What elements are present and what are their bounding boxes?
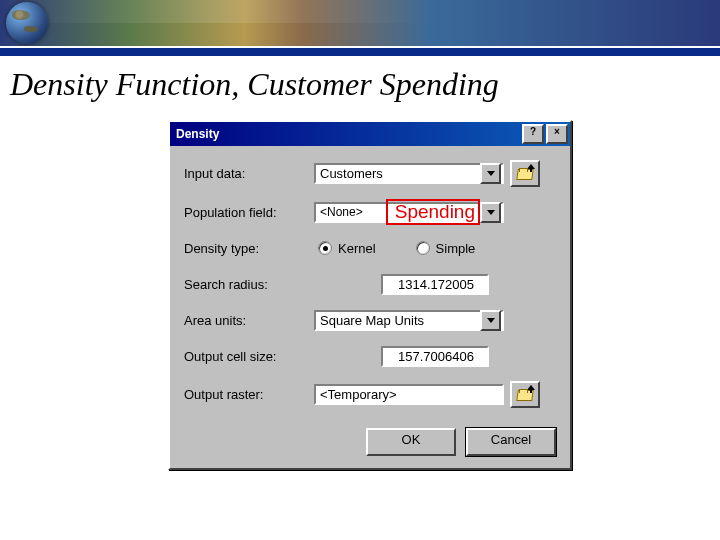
radio-simple[interactable]: Simple <box>416 241 476 256</box>
dropdown-button[interactable] <box>480 310 501 331</box>
label-input-data: Input data: <box>184 166 314 181</box>
label-output-raster: Output raster: <box>184 387 314 402</box>
population-field-value: <None> <box>320 205 386 219</box>
radio-icon <box>318 241 332 255</box>
browse-input-button[interactable] <box>510 160 540 187</box>
radio-kernel[interactable]: Kernel <box>318 241 376 256</box>
dialog-title: Density <box>176 127 520 141</box>
density-dialog: Density ? × Input data: Customers Popula… <box>168 120 572 470</box>
help-button[interactable]: ? <box>522 124 544 144</box>
chevron-down-icon <box>487 210 495 215</box>
label-area-units: Area units: <box>184 313 314 328</box>
slide-title: Density Function, Customer Spending <box>10 66 720 103</box>
dropdown-button[interactable] <box>480 163 501 184</box>
output-cell-size-value: 157.7006406 <box>398 349 474 364</box>
label-population-field: Population field: <box>184 205 314 220</box>
banner-underline <box>0 46 720 56</box>
dropdown-button[interactable] <box>480 202 501 223</box>
cancel-button[interactable]: Cancel <box>466 428 556 456</box>
slide-banner <box>0 0 720 46</box>
folder-open-icon <box>517 389 533 401</box>
output-cell-size-input[interactable]: 157.7006406 <box>381 346 489 367</box>
folder-open-icon <box>517 168 533 180</box>
input-data-value: Customers <box>320 166 480 181</box>
browse-output-button[interactable] <box>510 381 540 408</box>
chevron-down-icon <box>487 171 495 176</box>
population-field-combo[interactable]: <None> Spending <box>314 202 504 223</box>
radio-kernel-label: Kernel <box>338 241 376 256</box>
area-units-value: Square Map Units <box>320 313 480 328</box>
radio-simple-label: Simple <box>436 241 476 256</box>
label-density-type: Density type: <box>184 241 314 256</box>
search-radius-value: 1314.172005 <box>398 277 474 292</box>
close-button[interactable]: × <box>546 124 568 144</box>
titlebar[interactable]: Density ? × <box>170 122 570 146</box>
area-units-combo[interactable]: Square Map Units <box>314 310 504 331</box>
chevron-down-icon <box>487 318 495 323</box>
label-search-radius: Search radius: <box>184 277 314 292</box>
globe-icon <box>6 2 48 44</box>
output-raster-field[interactable]: <Temporary> <box>314 384 504 405</box>
output-raster-value: <Temporary> <box>320 387 500 402</box>
radio-icon <box>416 241 430 255</box>
spending-annotation: Spending <box>392 200 478 223</box>
label-output-cell-size: Output cell size: <box>184 349 314 364</box>
search-radius-input[interactable]: 1314.172005 <box>381 274 489 295</box>
ok-button[interactable]: OK <box>366 428 456 456</box>
input-data-combo[interactable]: Customers <box>314 163 504 184</box>
